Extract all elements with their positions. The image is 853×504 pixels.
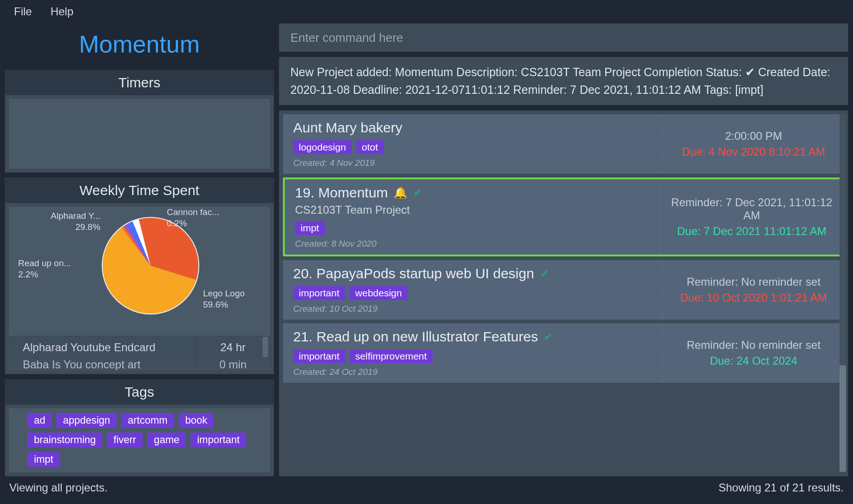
pie-label-name: Cannon fac... xyxy=(167,207,219,217)
project-tags: importantselfimprovement xyxy=(293,349,652,363)
project-main: Aunt Mary bakerylogodesignototCreated: 4… xyxy=(283,114,663,174)
project-card[interactable]: 20. PapayaPods startup web UI design✔imp… xyxy=(283,260,844,320)
project-due: Due: 24 Oct 2024 xyxy=(710,354,797,367)
wts-row-name: Alpharad Youtube Endcard xyxy=(9,341,196,354)
project-created: Created: 24 Oct 2019 xyxy=(293,367,652,377)
tag-appdesign[interactable]: appdesign xyxy=(56,413,117,428)
project-tag[interactable]: webdesign xyxy=(350,286,407,300)
wts-row-duration: 24 hr xyxy=(196,336,270,358)
project-subtitle: CS2103T Team Project xyxy=(295,203,650,216)
project-title: 19. Momentum🔔✔ xyxy=(295,185,650,201)
project-title-text: 21. Read up on new Illustrator Features xyxy=(293,329,538,345)
main-layout: Momentum Timers Weekly Time Spent Alphar… xyxy=(0,23,853,477)
project-tag[interactable]: selfimprovement xyxy=(350,349,433,363)
tag-important[interactable]: important xyxy=(190,432,246,447)
pie-label-cannon: Cannon fac... 0.2% xyxy=(167,207,219,229)
tag-ad[interactable]: ad xyxy=(27,413,52,428)
footer-left: Viewing all projects. xyxy=(9,481,108,494)
tags-title: Tags xyxy=(5,380,274,405)
timers-title: Timers xyxy=(5,70,274,95)
wts-row-name: Baba Is You concept art xyxy=(9,358,196,370)
wts-scrollbar-thumb[interactable] xyxy=(262,337,268,357)
project-tag[interactable]: otot xyxy=(356,140,384,154)
pie xyxy=(102,217,199,314)
timers-body xyxy=(9,99,270,169)
list-scrollbar-thumb[interactable] xyxy=(840,365,846,472)
tags-body: adappdesignartcommbookbrainstormingfiver… xyxy=(9,408,270,472)
project-reminder: Reminder: No reminder set xyxy=(687,275,820,288)
timers-panel: Timers xyxy=(5,70,274,173)
check-icon: ✔ xyxy=(413,186,422,199)
project-meta: Reminder: No reminder setDue: 10 Oct 202… xyxy=(663,260,844,320)
menu-file[interactable]: File xyxy=(14,5,32,18)
pie-label-name: Lego Logo xyxy=(203,288,245,298)
project-due: Due: 10 Oct 2020 1:01:21 AM xyxy=(680,291,827,304)
project-reminder: Reminder: 7 Dec 2021, 11:01:12 AM xyxy=(669,196,834,222)
project-meta: Reminder: 7 Dec 2021, 11:01:12 AMDue: 7 … xyxy=(661,179,842,255)
pie-label-pct: 2.2% xyxy=(18,269,71,280)
tag-artcomm[interactable]: artcomm xyxy=(121,413,174,428)
wts-row[interactable]: Baba Is You concept art 0 min xyxy=(9,358,270,370)
project-title: 21. Read up on new Illustrator Features✔ xyxy=(293,329,652,345)
pie-label-pct: 29.8% xyxy=(51,222,100,233)
left-column: Momentum Timers Weekly Time Spent Alphar… xyxy=(5,23,274,477)
project-created: Created: 8 Nov 2020 xyxy=(295,239,650,249)
pie-label-lego: Lego Logo 59.6% xyxy=(203,288,245,310)
project-due: Due: 4 Nov 2020 8:10:21 AM xyxy=(682,145,825,158)
project-title-text: Aunt Mary bakery xyxy=(293,120,402,136)
project-created: Created: 4 Nov 2019 xyxy=(293,158,652,168)
project-card[interactable]: Aunt Mary bakerylogodesignototCreated: 4… xyxy=(283,114,844,174)
project-card[interactable]: 19. Momentum🔔✔CS2103T Team ProjectimptCr… xyxy=(283,177,844,256)
project-tag[interactable]: important xyxy=(293,349,345,363)
wts-body: Alpharad Y... 29.8% Cannon fac... 0.2% L… xyxy=(9,207,270,370)
project-card[interactable]: 21. Read up on new Illustrator Features✔… xyxy=(283,323,844,383)
check-icon: ✔ xyxy=(540,267,549,280)
project-meta: Reminder: No reminder setDue: 24 Oct 202… xyxy=(663,323,844,383)
footer-right: Showing 21 of 21 results. xyxy=(719,481,844,494)
project-created: Created: 10 Oct 2019 xyxy=(293,304,652,314)
list-scrollbar-track[interactable] xyxy=(840,114,846,472)
wts-row-duration: 0 min xyxy=(196,359,270,370)
app-title-area: Momentum xyxy=(5,23,274,65)
tag-fiverr[interactable]: fiverr xyxy=(107,432,143,447)
app-title: Momentum xyxy=(79,30,200,58)
project-tag[interactable]: important xyxy=(293,286,345,300)
right-column: Enter command here New Project added: Mo… xyxy=(279,23,848,477)
tag-brainstorming[interactable]: brainstorming xyxy=(27,432,102,447)
project-reminder: 2:00:00 PM xyxy=(725,130,782,143)
project-tag[interactable]: impt xyxy=(295,221,325,235)
wts-table: Alpharad Youtube Endcard 24 hr Baba Is Y… xyxy=(9,336,270,370)
project-main: 21. Read up on new Illustrator Features✔… xyxy=(283,323,663,383)
pie-label-name: Alpharad Y... xyxy=(51,211,100,221)
pie-label-readup: Read up on... 2.2% xyxy=(18,258,71,280)
pie-label-alpharad: Alpharad Y... 29.8% xyxy=(51,210,100,233)
tags-panel: Tags adappdesignartcommbookbrainstorming… xyxy=(5,379,274,477)
project-due: Due: 7 Dec 2021 11:01:12 AM xyxy=(677,225,827,238)
command-input[interactable]: Enter command here xyxy=(279,23,848,52)
tag-impt[interactable]: impt xyxy=(27,452,60,467)
wts-title: Weekly Time Spent xyxy=(5,178,274,203)
check-icon: ✔ xyxy=(544,330,553,343)
status-message: New Project added: Momentum Description:… xyxy=(279,57,848,105)
project-tag[interactable]: logodesign xyxy=(293,140,352,154)
project-reminder: Reminder: No reminder set xyxy=(687,339,820,352)
pie-label-pct: 0.2% xyxy=(167,218,219,229)
project-main: 19. Momentum🔔✔CS2103T Team ProjectimptCr… xyxy=(285,179,661,255)
pie-label-name: Read up on... xyxy=(18,258,71,268)
project-main: 20. PapayaPods startup web UI design✔imp… xyxy=(283,260,663,320)
command-placeholder: Enter command here xyxy=(290,31,403,45)
bell-icon: 🔔 xyxy=(394,186,407,199)
project-meta: 2:00:00 PMDue: 4 Nov 2020 8:10:21 AM xyxy=(663,114,844,174)
menubar: File Help xyxy=(0,0,853,23)
pie-label-pct: 59.6% xyxy=(203,299,245,310)
project-tags: importantwebdesign xyxy=(293,286,652,300)
menu-help[interactable]: Help xyxy=(51,5,73,18)
project-title: Aunt Mary bakery xyxy=(293,120,652,136)
project-list: Aunt Mary bakerylogodesignototCreated: 4… xyxy=(279,110,848,477)
wts-row[interactable]: Alpharad Youtube Endcard 24 hr xyxy=(9,336,270,358)
tag-game[interactable]: game xyxy=(147,432,186,447)
tag-book[interactable]: book xyxy=(179,413,214,428)
project-title-text: 19. Momentum xyxy=(295,185,388,201)
weekly-time-spent-panel: Weekly Time Spent Alpharad Y... 29.8% Ca… xyxy=(5,177,274,374)
pie-chart: Alpharad Y... 29.8% Cannon fac... 0.2% L… xyxy=(9,207,270,332)
